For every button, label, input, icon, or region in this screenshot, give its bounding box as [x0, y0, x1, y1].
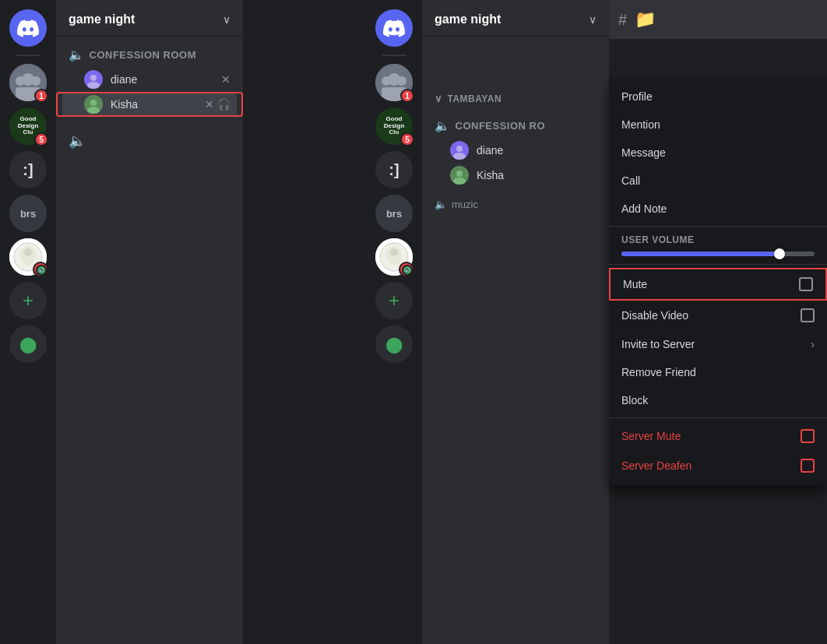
svg-point-16: [397, 76, 406, 86]
left-channel-list: game night ∨ 🔈 confession room diane ✕: [56, 0, 243, 644]
right-bracket-label: :]: [389, 161, 399, 179]
right-channel-name: confession ro: [456, 120, 546, 132]
channel-header[interactable]: game night ∨: [56, 0, 243, 37]
profile-label: Profile: [621, 90, 653, 103]
kisha-name: Kisha: [111, 98, 197, 111]
diane-status-icons: ✕: [221, 73, 231, 86]
right-diane-name: diane: [477, 144, 596, 157]
right-channel-list: game night ∨ # 📁 ∨ TAMBAYAN 🔈 confession…: [422, 0, 609, 644]
menu-item-server-deafen[interactable]: Server Deafen: [609, 451, 827, 480]
muzic-name: muzic: [452, 199, 478, 210]
top-bar: # 📁: [609, 0, 827, 39]
server-mute-checkbox[interactable]: [801, 429, 815, 443]
left-server-sidebar: 1 GoodDesignClu 5 :] brs: [0, 0, 56, 644]
svg-point-2: [16, 76, 25, 86]
server-icon-group[interactable]: 1: [9, 64, 47, 101]
svg-point-24: [456, 171, 463, 177]
menu-item-add-note[interactable]: Add Note: [609, 195, 827, 223]
server-mute-label: Server Mute: [621, 430, 681, 442]
svg-point-9: [90, 75, 97, 81]
muzic-channel[interactable]: 🔈 muzic: [428, 194, 603, 215]
volume-slider[interactable]: [621, 252, 815, 256]
menu-separator-3: [609, 417, 827, 418]
right-confession-channel[interactable]: 🔈 confession ro: [428, 114, 603, 138]
right-explore[interactable]: ⬤: [375, 326, 413, 363]
mention-label: Mention: [621, 118, 660, 131]
right-add-icon: +: [389, 290, 399, 311]
disable-video-label: Disable Video: [621, 309, 688, 322]
server-badge-gdc: 5: [34, 132, 48, 146]
right-sound-indicator: [402, 265, 413, 276]
discord-home-button[interactable]: [9, 9, 47, 47]
block-label: Block: [621, 394, 648, 406]
server-icon-brs[interactable]: brs: [9, 195, 47, 232]
svg-point-21: [390, 248, 398, 256]
menu-item-block[interactable]: Block: [609, 386, 827, 414]
server-badge-group: 1: [34, 89, 48, 103]
right-server-group[interactable]: 1: [375, 64, 413, 101]
svg-point-3: [31, 76, 40, 86]
right-server-brs[interactable]: brs: [375, 195, 413, 232]
channel-name: confession room: [90, 49, 197, 61]
server-icon-gdc[interactable]: GoodDesignClu 5: [9, 107, 47, 145]
server-icon-snipers[interactable]: 36: [9, 238, 47, 276]
speaker-icon: 🔈: [69, 48, 85, 62]
kisha-status-icons: ✕ 🎧: [205, 98, 231, 111]
menu-item-mention[interactable]: Mention: [609, 111, 827, 139]
menu-item-disable-video[interactable]: Disable Video: [609, 301, 827, 330]
right-chevron-icon[interactable]: ∨: [589, 13, 596, 26]
menu-item-mute[interactable]: Mute: [609, 268, 827, 301]
menu-item-remove-friend[interactable]: Remove Friend: [609, 358, 827, 386]
add-server-button[interactable]: +: [9, 282, 47, 319]
right-brs-label: brs: [386, 208, 402, 220]
server-icon-bracket[interactable]: :]: [9, 151, 47, 188]
menu-separator-1: [609, 226, 827, 227]
sound-indicator: [36, 265, 47, 276]
volume-thumb[interactable]: [774, 248, 785, 259]
right-server-gdc[interactable]: GoodDesignClu 5: [375, 107, 413, 145]
menu-item-call[interactable]: Call: [609, 167, 827, 195]
folder-icon: 📁: [635, 9, 656, 30]
server-deafen-checkbox[interactable]: [801, 459, 815, 473]
right-server-sidebar: 1 GoodDesignClu 5 :] brs: [366, 0, 422, 644]
confession-room-channel[interactable]: 🔈 confession room: [62, 43, 237, 67]
menu-item-server-mute[interactable]: Server Mute: [609, 421, 827, 451]
menu-item-invite-to-server[interactable]: Invite to Server ›: [609, 330, 827, 358]
right-discord-home[interactable]: [375, 9, 413, 47]
kisha-mute-icon: ✕: [205, 98, 214, 111]
right-server-snipers[interactable]: 36: [375, 238, 413, 276]
chevron-down-icon[interactable]: ∨: [223, 13, 231, 26]
remove-friend-label: Remove Friend: [621, 366, 696, 378]
svg-point-12: [87, 107, 100, 114]
right-panel: 1 GoodDesignClu 5 :] brs: [366, 0, 827, 644]
arrow-right-icon: ›: [811, 338, 815, 350]
menu-item-message[interactable]: Message: [609, 139, 827, 167]
right-channel-header[interactable]: game night ∨: [422, 0, 609, 37]
right-compass-icon: ⬤: [385, 335, 403, 354]
svg-point-11: [90, 100, 97, 106]
svg-point-15: [382, 76, 391, 86]
muzic-speaker-icon: 🔈: [435, 199, 447, 210]
voice-user-diane[interactable]: diane ✕: [62, 67, 237, 92]
right-kisha-avatar: [450, 166, 469, 185]
voice-channel-section: 🔈 confession room diane ✕: [56, 37, 243, 123]
right-add-server[interactable]: +: [375, 282, 413, 319]
voice-user-kisha[interactable]: Kisha ✕ 🎧: [62, 92, 237, 117]
right-voice-kisha[interactable]: Kisha: [428, 163, 603, 188]
right-server-badge-gdc: 5: [400, 132, 414, 146]
svg-point-23: [453, 153, 466, 160]
mute-checkbox[interactable]: [799, 277, 813, 291]
user-volume-label: User Volume: [621, 234, 815, 245]
call-label: Call: [621, 174, 640, 187]
svg-point-25: [453, 178, 466, 185]
right-diane-avatar: [450, 141, 469, 160]
right-channel-title: game night: [435, 12, 501, 26]
message-label: Message: [621, 146, 666, 159]
diane-name: diane: [111, 73, 213, 86]
diane-avatar: [84, 70, 103, 89]
right-voice-diane[interactable]: diane: [428, 138, 603, 163]
menu-item-profile[interactable]: Profile: [609, 83, 827, 111]
disable-video-checkbox[interactable]: [801, 308, 815, 322]
right-server-bracket[interactable]: :]: [375, 151, 413, 188]
explore-button[interactable]: ⬤: [9, 326, 47, 363]
